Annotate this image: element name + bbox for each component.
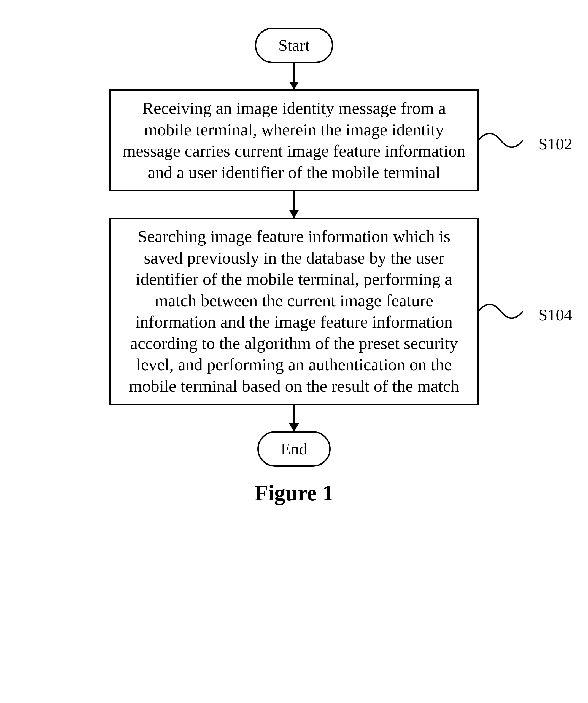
arrow-start-to-step1 (109, 63, 479, 89)
step2-connector-curve (479, 295, 523, 328)
step1-box: Receiving an image identity message from… (109, 89, 479, 191)
figure-caption: Figure 1 (109, 480, 479, 505)
start-label: Start (278, 36, 310, 54)
start-node: Start (255, 27, 333, 63)
end-node: End (257, 431, 331, 467)
step2-row: Searching image feature information whic… (109, 218, 479, 405)
end-label: End (281, 440, 308, 458)
step1-label: S102 (538, 135, 572, 154)
step1-text: Receiving an image identity message from… (122, 99, 466, 182)
step1-row: Receiving an image identity message from… (109, 89, 479, 191)
step1-connector-curve (479, 124, 523, 157)
flowchart-diagram: Start Receiving an image identity messag… (38, 27, 550, 505)
step2-label: S104 (538, 305, 572, 324)
arrow-step1-to-step2 (109, 191, 479, 218)
step2-box: Searching image feature information whic… (109, 218, 479, 405)
step2-text: Searching image feature information whic… (129, 227, 459, 395)
arrow-step2-to-end (109, 405, 479, 431)
